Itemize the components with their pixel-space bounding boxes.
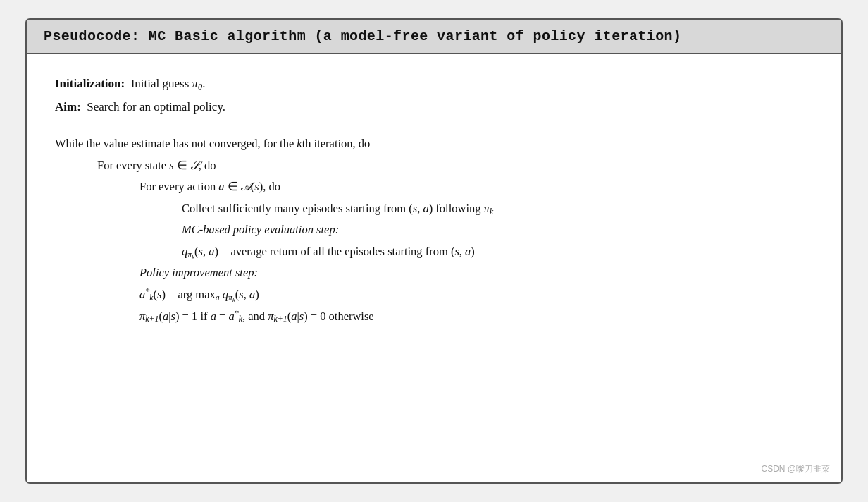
s-pi: s [171, 310, 175, 323]
collect-line: Collect sufficiently many episodes start… [55, 198, 813, 220]
q-def-line: qπk(s, a) = average return of all the ep… [55, 241, 813, 263]
S-set: 𝒮 [190, 159, 199, 172]
a-eq: a [211, 310, 216, 323]
card-title: Pseudocode: MC Basic algorithm (a model-… [44, 28, 681, 44]
sa-argmax2: a [249, 288, 255, 301]
policy-improve-label: Policy improvement step: [55, 262, 813, 284]
sa-from2: a [465, 245, 471, 258]
watermark: CSDN @嗲刀韭菜 [761, 463, 830, 475]
s-var2: s [254, 180, 259, 193]
sa-from1: s [454, 245, 459, 258]
as-pi: a [163, 310, 168, 323]
s-var: s [169, 159, 173, 172]
a-sub: a [216, 293, 220, 302]
pseudocode-card: Pseudocode: MC Basic algorithm (a model-… [25, 18, 843, 484]
a-star-line: a*k(s) = arg maxa qπk(s, a) [55, 284, 813, 306]
sa-argmax1: s [239, 288, 243, 301]
sa-pair1: s [413, 202, 417, 215]
sa-q1: s [199, 245, 203, 258]
pi-update-formula2: πk+1 [268, 310, 287, 323]
a-star-k: a*k [228, 310, 242, 323]
pi-update-formula: πk+1 [140, 310, 159, 323]
aim-line: Aim: Search for an optimal policy. [55, 97, 813, 116]
for-action-line: For every action a ∈ 𝒜(s), do [55, 176, 813, 198]
initialization-label: Initialization: [55, 77, 125, 90]
sa-pair2: a [423, 202, 428, 215]
a-var: a [218, 180, 224, 193]
s-pi2: s [299, 310, 304, 323]
aim-label: Aim: [55, 100, 81, 114]
mc-policy-label: MC-based policy evaluation step: [55, 219, 813, 241]
k-var: k [297, 137, 302, 150]
pi-update-line: πk+1(a|s) = 1 if a = a*k, and πk+1(a|s) … [55, 306, 813, 328]
initialization-line: Initialization: Initial guess π0. [55, 74, 813, 93]
pi-zero: π0 [192, 77, 203, 90]
q-pi-k: qπk [223, 288, 235, 301]
card-body: Initialization: Initial guess π0. Aim: S… [27, 54, 841, 482]
card-header: Pseudocode: MC Basic algorithm (a model-… [27, 20, 841, 54]
a-star-formula: a*k [140, 288, 153, 301]
as-pi2: a [291, 310, 297, 323]
s-a-star: s [157, 288, 161, 301]
A-set: 𝒜 [241, 180, 251, 193]
while-line: While the value estimate has not converg… [55, 133, 813, 155]
q-formula: qπk [182, 245, 194, 258]
for-state-line: For every state s ∈ 𝒮, do [55, 155, 813, 177]
pi-k: πk [484, 202, 494, 215]
sa-q2: a [209, 245, 214, 258]
